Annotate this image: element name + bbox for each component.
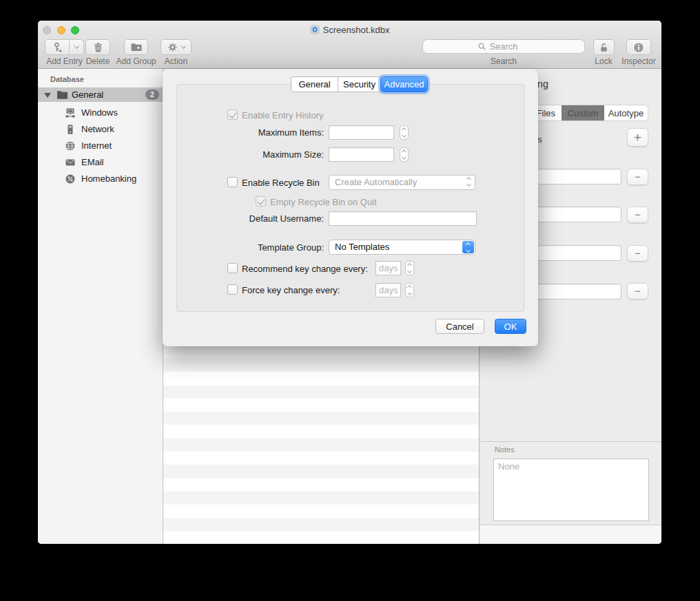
maximum-size-label: Maximum Size: bbox=[227, 149, 324, 160]
gear-icon bbox=[167, 42, 178, 52]
remove-custom-field-button[interactable]: − bbox=[627, 245, 648, 262]
sidebar-item-windows[interactable]: Windows bbox=[38, 105, 163, 121]
info-icon bbox=[633, 42, 644, 53]
percent-icon bbox=[65, 173, 76, 184]
sidebar-item-general[interactable]: General 2 bbox=[38, 87, 163, 102]
chevron-down-icon bbox=[74, 43, 79, 49]
window-title-area: Screenshot.kdbx bbox=[38, 25, 661, 35]
cancel-button[interactable]: Cancel bbox=[435, 319, 484, 334]
empty-recycle-bin-label: Empty Recycle Bin on Quit bbox=[270, 197, 377, 207]
popup-blue-cap bbox=[462, 241, 474, 253]
recommend-key-change-checkbox[interactable] bbox=[227, 263, 238, 273]
globe-icon bbox=[65, 140, 76, 151]
remove-custom-field-button[interactable]: − bbox=[627, 207, 648, 223]
stepper-down-icon bbox=[402, 155, 406, 160]
add-entry-dropdown-segment[interactable] bbox=[69, 40, 83, 54]
folder-plus-icon bbox=[130, 42, 142, 52]
windows-network-icon bbox=[65, 107, 76, 118]
sidebar-item-label: EMail bbox=[81, 154, 104, 171]
lock-button[interactable] bbox=[593, 39, 615, 55]
sidebar-item-label: Windows bbox=[81, 105, 118, 121]
tab-general[interactable]: General bbox=[291, 76, 338, 92]
search-label: Search bbox=[422, 56, 585, 66]
recycle-bin-mode-value: Create Automatically bbox=[335, 177, 417, 187]
sidebar-item-network[interactable]: Network bbox=[38, 121, 163, 138]
unlocked-padlock-icon bbox=[599, 42, 609, 53]
recycle-bin-mode-popup[interactable]: Create Automatically bbox=[329, 175, 475, 190]
add-entry-button[interactable] bbox=[45, 39, 84, 55]
sidebar-item-email[interactable]: EMail bbox=[38, 154, 163, 171]
notes-textarea[interactable] bbox=[493, 458, 649, 521]
sidebar-item-homebanking[interactable]: Homebanking bbox=[38, 171, 163, 187]
popup-up-icon bbox=[466, 177, 471, 182]
tab-autotype[interactable]: Autotype bbox=[604, 105, 648, 120]
template-group-value: No Templates bbox=[335, 242, 389, 252]
trash-icon bbox=[93, 42, 103, 53]
add-entry-main-segment[interactable] bbox=[45, 42, 69, 53]
remove-custom-field-button[interactable]: − bbox=[627, 283, 648, 299]
delete-button[interactable] bbox=[85, 39, 110, 55]
maximum-items-stepper[interactable] bbox=[400, 125, 409, 140]
maximum-size-stepper[interactable] bbox=[400, 147, 409, 162]
sidebar-item-label: Homebanking bbox=[81, 171, 136, 187]
stepper-up-icon bbox=[402, 127, 406, 132]
sidebar-item-label: General bbox=[72, 87, 103, 102]
template-group-label: Template Group: bbox=[227, 242, 324, 253]
app-window: Screenshot.kdbx Add Entry Delete Add Gro… bbox=[38, 21, 661, 544]
recommend-days-stepper[interactable] bbox=[405, 261, 414, 275]
force-key-change-label: Force key change every: bbox=[242, 285, 340, 295]
search-input[interactable] bbox=[422, 39, 585, 54]
server-icon bbox=[65, 124, 76, 135]
stepper-up-icon bbox=[407, 263, 412, 268]
enable-recycle-bin-label: Enable Recycle Bin bbox=[242, 178, 320, 188]
stepper-up-icon bbox=[402, 149, 406, 154]
add-group-label: Add Group bbox=[114, 56, 158, 66]
notes-label: Notes bbox=[495, 445, 515, 454]
sidebar-item-label: Internet bbox=[81, 138, 112, 154]
stepper-down-icon bbox=[402, 133, 406, 138]
tab-custom[interactable]: Custom bbox=[562, 105, 604, 120]
inspector-label: Inspector bbox=[617, 56, 660, 66]
sidebar: Database General 2 Windows Network Inter… bbox=[38, 69, 163, 544]
maximum-items-label: Maximum Items: bbox=[227, 127, 324, 138]
add-custom-field-button[interactable]: + bbox=[627, 128, 648, 147]
envelope-icon bbox=[65, 157, 76, 168]
enable-entry-history-label: Enable Entry History bbox=[242, 110, 324, 120]
force-key-change-checkbox[interactable] bbox=[227, 284, 238, 295]
window-title: Screenshot.kdbx bbox=[323, 25, 390, 35]
add-group-button[interactable] bbox=[124, 39, 148, 55]
database-settings-dialog: General Security Advanced Enable Entry H… bbox=[163, 69, 538, 346]
desktop-background: Screenshot.kdbx Add Entry Delete Add Gro… bbox=[0, 0, 700, 601]
search-icon bbox=[477, 42, 486, 51]
recommend-days-input[interactable] bbox=[375, 261, 401, 275]
force-days-stepper[interactable] bbox=[405, 283, 414, 297]
remove-custom-field-button[interactable]: − bbox=[627, 169, 648, 185]
force-days-input[interactable] bbox=[375, 283, 401, 297]
entry-count-badge: 2 bbox=[145, 89, 159, 100]
key-plus-icon bbox=[52, 42, 63, 53]
folder-icon bbox=[56, 90, 68, 100]
inspector-button[interactable] bbox=[626, 39, 651, 55]
template-group-popup[interactable]: No Templates bbox=[329, 240, 475, 255]
ok-button[interactable]: OK bbox=[495, 319, 526, 334]
maximum-size-input[interactable] bbox=[329, 147, 394, 162]
window-header: Screenshot.kdbx Add Entry Delete Add Gro… bbox=[38, 21, 661, 69]
panel-footer bbox=[480, 525, 661, 544]
sidebar-section-header: Database bbox=[50, 75, 84, 83]
stepper-down-icon bbox=[407, 268, 412, 273]
sidebar-item-internet[interactable]: Internet bbox=[38, 138, 163, 154]
document-icon bbox=[310, 25, 320, 34]
default-username-input[interactable] bbox=[329, 211, 477, 226]
enable-recycle-bin-checkbox[interactable] bbox=[227, 177, 238, 187]
enable-entry-history-checkbox[interactable] bbox=[227, 109, 238, 120]
action-button[interactable] bbox=[161, 39, 192, 55]
disclosure-triangle-icon[interactable] bbox=[44, 93, 51, 98]
sidebar-item-label: Network bbox=[81, 121, 114, 138]
default-username-label: Default Username: bbox=[227, 213, 324, 224]
popup-up-icon bbox=[466, 242, 471, 247]
tab-security[interactable]: Security bbox=[338, 76, 381, 92]
empty-recycle-bin-checkbox[interactable] bbox=[256, 196, 266, 207]
maximum-items-input[interactable] bbox=[329, 125, 394, 140]
recommend-key-change-label: Recommend key change every: bbox=[242, 264, 368, 274]
tab-advanced[interactable]: Advanced bbox=[380, 76, 428, 92]
